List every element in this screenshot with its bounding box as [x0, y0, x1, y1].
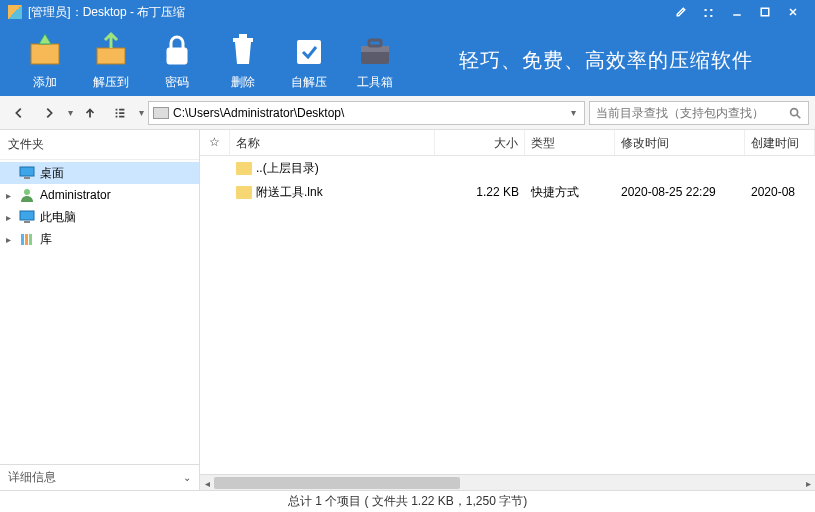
- svg-rect-14: [20, 211, 34, 220]
- sfx-icon: [289, 30, 329, 70]
- history-dropdown[interactable]: ▾: [66, 107, 73, 118]
- path-input[interactable]: [173, 106, 567, 120]
- tree-item[interactable]: ▸Administrator: [0, 184, 199, 206]
- sfx-button[interactable]: 自解压: [276, 30, 342, 91]
- status-text: 总计 1 个项目 ( 文件共 1.22 KB，1,250 字节): [288, 493, 527, 510]
- col-created[interactable]: 创建时间: [745, 130, 815, 155]
- col-modified[interactable]: 修改时间: [615, 130, 745, 155]
- delete-label: 删除: [231, 74, 255, 91]
- main-toolbar: 添加 解压到 密码 删除 自解压 工具箱 轻巧、免费、高效率的压缩软件: [0, 24, 815, 96]
- password-label: 密码: [165, 74, 189, 91]
- col-star[interactable]: ☆: [200, 130, 230, 155]
- toolbox-label: 工具箱: [357, 74, 393, 91]
- library-icon: [18, 232, 36, 246]
- tree-item[interactable]: 桌面: [0, 162, 199, 184]
- tree-label: 此电脑: [40, 209, 76, 226]
- toolbar-slogan: 轻巧、免费、高效率的压缩软件: [408, 47, 803, 74]
- view-dropdown[interactable]: ▾: [137, 107, 144, 118]
- folder-tree: 桌面▸Administrator▸此电脑▸库: [0, 160, 199, 464]
- tree-toggle[interactable]: ▸: [6, 212, 18, 223]
- svg-rect-17: [25, 234, 28, 245]
- svg-point-10: [791, 108, 798, 115]
- view-button[interactable]: [107, 100, 133, 126]
- svg-rect-1: [31, 44, 59, 64]
- edit-icon[interactable]: [667, 0, 695, 24]
- monitor-icon: [18, 166, 36, 180]
- list-body: ..(上层目录)附送工具.lnk1.22 KB快捷方式2020-08-25 22…: [200, 156, 815, 474]
- toolbox-button[interactable]: 工具箱: [342, 30, 408, 91]
- detail-label: 详细信息: [8, 469, 56, 486]
- statusbar: 总计 1 个项目 ( 文件共 1.22 KB，1,250 字节): [0, 490, 815, 512]
- detail-panel-header[interactable]: 详细信息 ⌄: [0, 464, 199, 490]
- col-name[interactable]: 名称: [230, 130, 435, 155]
- svg-point-13: [24, 189, 30, 195]
- svg-rect-18: [29, 234, 32, 245]
- monitor-icon: [18, 210, 36, 224]
- col-size[interactable]: 大小: [435, 130, 525, 155]
- toolbox-icon: [355, 30, 395, 70]
- tree-item[interactable]: ▸库: [0, 228, 199, 250]
- file-list-pane: ☆ 名称 大小 类型 修改时间 创建时间 ..(上层目录)附送工具.lnk1.2…: [200, 130, 815, 490]
- sidebar-header: 文件夹: [0, 130, 199, 160]
- titlebar: [管理员]：Desktop - 布丁压缩 ::: [0, 0, 815, 24]
- drive-icon: [153, 107, 169, 119]
- svg-rect-16: [21, 234, 24, 245]
- path-dropdown[interactable]: ▾: [567, 107, 580, 118]
- svg-rect-9: [369, 40, 381, 46]
- table-row[interactable]: 附送工具.lnk1.22 KB快捷方式2020-08-25 22:292020-…: [200, 180, 815, 204]
- sidebar: 文件夹 桌面▸Administrator▸此电脑▸库 详细信息 ⌄: [0, 130, 200, 490]
- tree-item[interactable]: ▸此电脑: [0, 206, 199, 228]
- add-button[interactable]: 添加: [12, 30, 78, 91]
- up-button[interactable]: [77, 100, 103, 126]
- svg-rect-3: [167, 48, 187, 64]
- scroll-right-icon[interactable]: ▸: [801, 475, 815, 491]
- password-button[interactable]: 密码: [144, 30, 210, 91]
- extract-icon: [91, 30, 131, 70]
- h-scrollbar[interactable]: ◂ ▸: [200, 474, 815, 490]
- list-header: ☆ 名称 大小 类型 修改时间 创建时间: [200, 130, 815, 156]
- svg-rect-0: [761, 8, 769, 16]
- svg-rect-6: [297, 40, 321, 64]
- app-icon: [8, 5, 22, 19]
- lock-icon: [157, 30, 197, 70]
- trash-icon: [223, 30, 263, 70]
- col-type[interactable]: 类型: [525, 130, 615, 155]
- navbar: ▾ ▾ ▾: [0, 96, 815, 130]
- window-title: [管理员]：Desktop - 布丁压缩: [28, 4, 185, 21]
- grid-icon[interactable]: ::: [695, 0, 723, 24]
- forward-button[interactable]: [36, 100, 62, 126]
- scroll-thumb[interactable]: [214, 477, 460, 489]
- svg-rect-2: [97, 48, 125, 64]
- tree-label: 桌面: [40, 165, 64, 182]
- svg-rect-15: [24, 221, 30, 223]
- table-row[interactable]: ..(上层目录): [200, 156, 815, 180]
- add-label: 添加: [33, 74, 57, 91]
- search-icon[interactable]: [788, 106, 802, 120]
- chevron-down-icon: ⌄: [183, 472, 191, 483]
- svg-rect-4: [233, 38, 253, 42]
- add-icon: [25, 30, 65, 70]
- folder-icon: [236, 162, 252, 175]
- tree-label: Administrator: [40, 188, 111, 202]
- tree-toggle[interactable]: ▸: [6, 234, 18, 245]
- close-button[interactable]: [779, 0, 807, 24]
- delete-button[interactable]: 删除: [210, 30, 276, 91]
- extract-button[interactable]: 解压到: [78, 30, 144, 91]
- extract-label: 解压到: [93, 74, 129, 91]
- svg-rect-5: [239, 34, 247, 38]
- search-box[interactable]: [589, 101, 809, 125]
- tree-toggle[interactable]: ▸: [6, 190, 18, 201]
- path-box[interactable]: ▾: [148, 101, 585, 125]
- maximize-button[interactable]: [751, 0, 779, 24]
- svg-rect-11: [20, 167, 34, 176]
- search-input[interactable]: [596, 106, 788, 120]
- user-icon: [18, 188, 36, 202]
- back-button[interactable]: [6, 100, 32, 126]
- scroll-left-icon[interactable]: ◂: [200, 475, 214, 491]
- tree-label: 库: [40, 231, 52, 248]
- folder-icon: [236, 186, 252, 199]
- minimize-button[interactable]: [723, 0, 751, 24]
- svg-rect-12: [24, 177, 30, 179]
- sfx-label: 自解压: [291, 74, 327, 91]
